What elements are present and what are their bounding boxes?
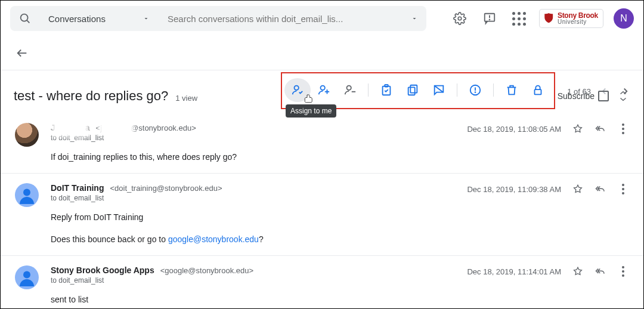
message-list: Ja <j@stonybrook.edu> to doit_email_list… (1, 113, 643, 309)
more-icon[interactable] (617, 123, 629, 135)
message: Stony Brook Google Apps <google@stonybro… (1, 255, 643, 309)
svg-point-0 (21, 14, 28, 21)
more-icon[interactable] (617, 265, 629, 277)
svg-point-22 (23, 189, 30, 196)
subscribe-toggle[interactable]: Subscribe (558, 91, 609, 101)
message-body: sent to list (51, 293, 629, 306)
star-icon[interactable] (572, 265, 584, 277)
brand-line2: University (558, 19, 598, 25)
header: Conversations Stony Brook University N (1, 1, 643, 36)
sender-name: Stony Brook Google Apps (51, 265, 154, 275)
recipient: to doit_email_list (51, 276, 629, 285)
message: Ja <j@stonybrook.edu> to doit_email_list… (1, 113, 643, 173)
view-count: 1 view (175, 94, 197, 103)
checkbox-icon[interactable] (598, 91, 609, 101)
timestamp: Dec 18, 2019, 11:08:05 AM (467, 125, 561, 134)
sender-avatar[interactable] (15, 183, 39, 207)
avatar[interactable]: N (614, 8, 634, 29)
svg-line-1 (27, 20, 29, 23)
back-button[interactable] (10, 41, 34, 65)
sender-avatar[interactable] (15, 123, 39, 147)
sender-avatar[interactable] (15, 265, 39, 289)
search-input[interactable] (168, 14, 405, 24)
timestamp: Dec 18, 2019, 11:09:38 AM (467, 185, 561, 194)
thread-header: test - where do replies go? 1 view Subsc… (1, 70, 643, 113)
sender-name: DoIT Training (51, 183, 104, 193)
gear-icon[interactable] (450, 9, 469, 28)
search-scope[interactable]: Conversations (48, 14, 132, 24)
search-box[interactable]: Conversations (10, 6, 426, 31)
thread-title: test - where do replies go? (14, 88, 168, 104)
search-icon[interactable] (18, 12, 32, 25)
toolbar-row (1, 36, 643, 70)
reply-all-icon[interactable] (595, 265, 606, 277)
shield-icon (544, 13, 554, 24)
sender-email: <j@stonybrook.edu> (96, 123, 196, 132)
brand-badge[interactable]: Stony Brook University (540, 10, 603, 27)
message: DoIT Training <doit_training@stonybrook.… (1, 173, 643, 255)
message-body: Reply from DoIT Training Does this bounc… (51, 211, 629, 246)
apps-icon[interactable] (510, 9, 529, 28)
svg-point-2 (458, 17, 462, 20)
reply-all-icon[interactable] (595, 183, 606, 195)
sender-name: Ja (51, 123, 90, 132)
message-body: If doi_training replies to this, where d… (51, 150, 629, 163)
sender-email: <doit_training@stonybrook.edu> (110, 184, 222, 193)
timestamp: Dec 18, 2019, 11:14:01 AM (467, 267, 561, 276)
feedback-icon[interactable] (480, 9, 499, 28)
collapse-all-button[interactable] (615, 88, 631, 104)
svg-point-5 (489, 19, 490, 20)
recipient: to doit_email_list (51, 194, 629, 202)
sender-email: <google@stonybrook.edu> (160, 266, 253, 275)
recipient: to doit_email_list (51, 134, 629, 142)
caret-down-icon[interactable] (411, 15, 418, 22)
star-icon[interactable] (572, 123, 584, 135)
reply-all-icon[interactable] (595, 123, 606, 135)
svg-point-23 (23, 271, 30, 279)
more-icon[interactable] (617, 183, 629, 195)
caret-down-icon[interactable] (143, 15, 150, 22)
email-link[interactable]: google@stonybrook.edu (168, 234, 259, 244)
header-right: Stony Brook University N (450, 8, 634, 29)
subscribe-label: Subscribe (558, 91, 595, 101)
star-icon[interactable] (572, 183, 584, 195)
